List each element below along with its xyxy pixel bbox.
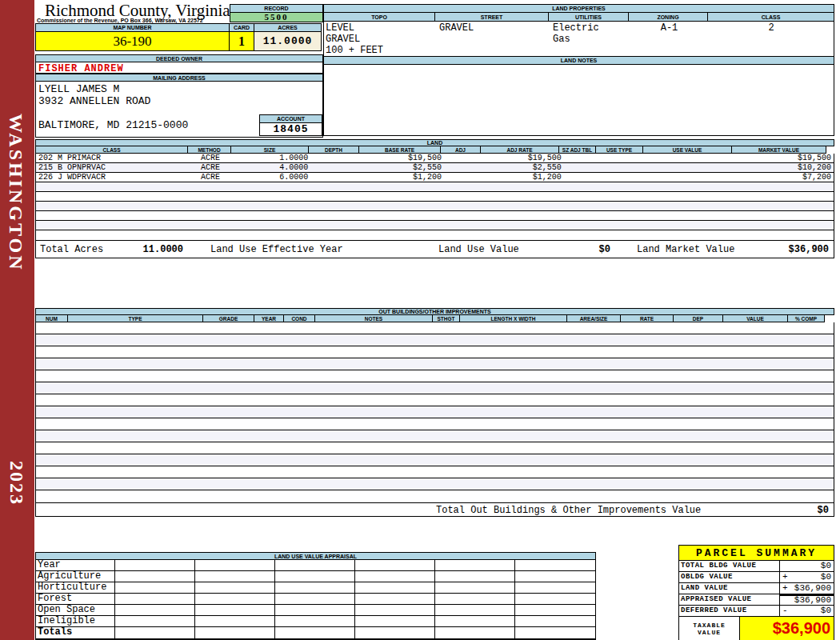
empty-row (36, 490, 834, 502)
land-notes-title: LAND NOTES (323, 56, 834, 65)
summary-row-appraised: APPRAISED VALUE $36,900 (679, 594, 834, 606)
land-properties-values: LEVEL GRAVEL 100 + FEET GRAVEL Electric … (323, 22, 834, 57)
land-empty-rows (36, 182, 834, 240)
appraisal-cell (275, 571, 355, 582)
empty-row (36, 394, 834, 406)
land-table: LAND CLASS METHOD SIZE DEPTH BASE RATE A… (35, 139, 834, 258)
district-label: WASHINGTON (5, 114, 26, 272)
out-buildings-total-value: $0 (818, 505, 829, 516)
appraisal-cell (195, 627, 275, 638)
empty-row (36, 230, 834, 240)
land-method: ACRE (189, 154, 233, 162)
summary-label: DEFERRED VALUE (679, 606, 780, 616)
summary-value: $0 (821, 561, 831, 571)
deeded-owner-value: FISHER ANDREW (35, 62, 323, 74)
appraisal-cell (515, 582, 595, 593)
parcel-summary-title: PARCEL SUMMARY (679, 546, 834, 561)
out-buildings-title: OUT BUILDINGS/OTHER IMPROVEMENTS (35, 308, 834, 315)
land-base-rate: $19,500 (362, 154, 444, 162)
summary-operator: + (782, 572, 788, 582)
appraisal-row-label: Horticulture (36, 582, 115, 593)
empty-row (36, 322, 834, 334)
land-table-title: LAND (35, 139, 834, 146)
appraisal-cell (435, 594, 515, 604)
summary-label: LAND VALUE (679, 583, 780, 594)
land-market-value: $10,200 (738, 163, 834, 172)
owner-section: DEEDED OWNER FISHER ANDREW MAILING ADDRE… (35, 54, 323, 138)
total-acres-label: Total Acres (40, 244, 103, 255)
land-size: 6.0000 (233, 173, 311, 182)
empty-row (36, 406, 834, 418)
empty-row (36, 346, 834, 358)
column-header-length-width: LENGTH X WIDTH (459, 315, 567, 322)
land-notes-section: LAND NOTES (323, 56, 834, 136)
land-method: ACRE (189, 163, 233, 172)
appraisal-cell (115, 605, 195, 615)
appraisal-row-year: Year (36, 560, 595, 571)
account-box: ACCOUNT 18405 (259, 114, 322, 136)
column-header-size: SIZE (230, 146, 309, 154)
appraisal-cell (115, 627, 195, 638)
deeded-owner-label: DEEDED OWNER (35, 54, 323, 62)
appraisal-cell (275, 560, 355, 570)
appraisal-cell (515, 616, 595, 626)
column-header-adj: ADJ (440, 146, 481, 154)
empty-row (36, 370, 834, 382)
column-header-sz-adj-tbl: SZ ADJ TBL (558, 146, 596, 154)
mailing-address-label: MAILING ADDRESS (35, 74, 323, 82)
appraisal-cell (115, 582, 195, 593)
column-header-grade: GRADE (202, 315, 254, 322)
appraisal-cell (355, 627, 435, 638)
appraisal-row-label: Forest (36, 594, 115, 604)
street-column-header: STREET (434, 13, 549, 22)
column-header-area-size: AREA/SIZE (566, 315, 621, 322)
land-notes-box (323, 65, 834, 136)
appraisal-cell (115, 616, 195, 626)
appraisal-cell (195, 560, 275, 570)
appraisal-cell (275, 594, 355, 604)
land-class: 226 J WDPRVACR (36, 173, 189, 182)
appraisal-cell (435, 560, 515, 570)
record-box: RECORD 5500 (230, 4, 323, 22)
column-header-market-value: MARKET VALUE (731, 146, 826, 154)
appraisal-cell (275, 582, 355, 593)
appraisal-cell (435, 627, 515, 638)
land-base-rate: $1,200 (362, 173, 444, 182)
appraisal-row-totals: Totals (36, 627, 595, 638)
summary-row-land-value: LAND VALUE +$36,900 (679, 583, 834, 594)
column-header-notes: NOTES (314, 315, 433, 322)
summary-label: TOTAL BLDG VALUE (679, 561, 780, 571)
column-header-class: CLASS (35, 146, 188, 154)
appraisal-cell (435, 582, 515, 593)
appraisal-cells (115, 605, 595, 615)
account-label: ACCOUNT (259, 114, 322, 123)
appraisal-cell (195, 571, 275, 582)
column-header-sthgt: STHGT (432, 315, 460, 322)
appraisal-cell (195, 582, 275, 593)
land-adj-rate: $19,500 (485, 154, 564, 162)
column-header-pct-comp: % COMP (787, 315, 825, 322)
empty-row (36, 430, 834, 442)
appraisal-cell (435, 616, 515, 626)
card-value: 1 (229, 32, 254, 51)
card-label: CARD (229, 23, 254, 32)
summary-row-taxable: TAXABLE VALUE $36,900 (679, 617, 834, 640)
appraisal-cell (355, 616, 435, 626)
land-adj-rate: $1,200 (485, 173, 564, 182)
land-table-header: CLASS METHOD SIZE DEPTH BASE RATE ADJ AD… (35, 146, 834, 154)
appraisal-cell (275, 616, 355, 626)
appraisal-row-forest: Forest (36, 594, 595, 605)
column-header-use-type: USE TYPE (595, 146, 643, 154)
appraisal-cells (115, 616, 595, 626)
appraisal-row-label: Year (36, 560, 115, 570)
column-header-depth: DEPTH (308, 146, 359, 154)
land-class: 215 B OPNPRVAC (36, 163, 189, 172)
topo-value: LEVEL (326, 22, 354, 34)
column-header-rate: RATE (620, 315, 674, 322)
summary-operator: + (782, 583, 788, 594)
appraisal-cell (435, 571, 515, 582)
summary-row-deferred: DEFERRED VALUE -$0 (679, 606, 834, 617)
appraisal-row-open-space: Open Space (36, 605, 595, 616)
class-column-header: CLASS (707, 13, 834, 22)
land-method: ACRE (189, 173, 233, 182)
